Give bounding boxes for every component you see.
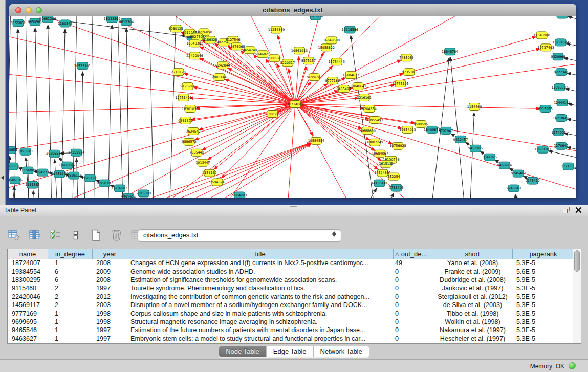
tab-network-table[interactable]: Network Table (314, 346, 369, 357)
graph-node[interactable]: 9412457 (453, 136, 468, 143)
graph-node[interactable]: 9125914 (180, 83, 194, 90)
graph-node[interactable]: 1189543 (58, 20, 72, 27)
graph-node[interactable]: 8186328 (203, 36, 217, 43)
graph-node[interactable]: 15958822 (318, 44, 335, 51)
graph-node[interactable]: 9465497 (337, 85, 351, 93)
graph-node[interactable]: 252254 (387, 173, 400, 180)
graph-node[interactable]: 9804203 (232, 192, 247, 198)
graph-node[interactable]: 16210685 (553, 114, 569, 121)
graph-node[interactable]: 1771035 (561, 163, 575, 170)
column-header-name[interactable]: name (8, 249, 48, 259)
table-row[interactable]: 1938455462009Genome-wide association stu… (8, 267, 581, 275)
graph-node[interactable]: 10958107 (534, 146, 551, 153)
graph-node[interactable]: 22420046 (186, 52, 203, 59)
graph-node[interactable]: 12444134 (554, 99, 570, 106)
graph-node[interactable]: 2620655 (9, 146, 17, 154)
graph-node[interactable]: 11254349 (268, 26, 285, 33)
graph-node[interactable]: 11548908 (533, 32, 550, 39)
table-row[interactable]: 2242004622012Investigating the contribut… (8, 293, 581, 301)
graph-node[interactable]: 8127546 (226, 36, 240, 43)
network-canvas[interactable]: 1155801985056120681296118954316033809861… (9, 16, 576, 198)
graph-node[interactable]: 20206536 (46, 150, 62, 157)
column-header-out_de[interactable]: △out_de... (394, 249, 432, 259)
graph-node[interactable]: 19775105 (392, 80, 408, 87)
graph-node[interactable]: 18301037 (182, 105, 198, 113)
column-header-pagerank[interactable]: pagerank (513, 249, 574, 259)
graph-node[interactable]: 8575157 (301, 57, 316, 64)
table-row[interactable]: 1456911722003Disruption of a novel membe… (8, 301, 581, 309)
graph-node[interactable]: 1588520 (267, 55, 281, 62)
show-columns-icon[interactable] (28, 228, 42, 243)
graph-node[interactable]: 18807249 (366, 139, 383, 146)
graph-node[interactable]: 16543382 (186, 40, 203, 47)
delete-icon[interactable] (110, 228, 124, 243)
graph-node[interactable]: 9886572 (182, 138, 196, 145)
graph-node[interactable]: 1154469 (467, 103, 482, 111)
graph-node[interactable]: 8215955 (538, 105, 552, 113)
graph-node[interactable]: 7635441 (189, 149, 204, 156)
graph-node[interactable]: 16782911 (112, 185, 128, 192)
graph-node[interactable]: 9735105 (402, 69, 416, 76)
table-row[interactable]: 977716911998Corpus callosum shape and si… (8, 309, 581, 317)
graph-node[interactable]: 1155801 (11, 19, 25, 27)
graph-node[interactable]: 1131385 (25, 181, 39, 188)
float-panel-icon[interactable] (562, 206, 570, 214)
graph-node[interactable]: 1733426 (389, 184, 403, 191)
select-columns-icon[interactable] (48, 228, 62, 243)
table-row[interactable]: 911546021997Tourette syndrome. Phenomeno… (8, 284, 581, 292)
table-row[interactable]: 946362711997Embryonic stem cells: a mode… (8, 335, 581, 343)
graph-node[interactable]: 14136141 (371, 180, 387, 187)
graph-node[interactable]: 12093582 (551, 84, 568, 91)
graph-node[interactable]: 16648784 (442, 48, 458, 55)
graph-node[interactable]: 13942737 (34, 169, 51, 176)
graph-node[interactable]: 2153132 (202, 169, 216, 177)
column-header-title[interactable]: title (127, 249, 394, 259)
graph-node[interactable]: 9245412 (525, 177, 539, 184)
graph-node[interactable]: 16409871 (424, 126, 440, 133)
panel-collapse-arrow[interactable] (1, 176, 4, 180)
table-settings-icon[interactable] (7, 228, 21, 243)
graph-node[interactable]: 9361372 (178, 117, 192, 124)
memory-status-indicator[interactable] (569, 362, 576, 369)
graph-node[interactable]: 7485083 (399, 54, 413, 61)
graph-node[interactable]: 9245402 (511, 170, 526, 177)
graph-node[interactable]: 11156809 (19, 167, 36, 174)
graph-node[interactable]: 15751074 (552, 39, 569, 46)
graph-node[interactable]: 19861913 (291, 47, 308, 54)
graph-node[interactable]: 1910532 (555, 16, 569, 18)
column-header-in_degree[interactable]: in_degree (48, 249, 93, 259)
graph-node[interactable]: 8220317 (280, 59, 295, 67)
splitter-handle[interactable] (290, 206, 297, 207)
scrollbar-thumb[interactable] (574, 250, 580, 272)
table-vertical-scrollbar[interactable] (573, 249, 581, 343)
graph-node[interactable]: 1270641 (554, 142, 568, 149)
graph-node[interactable]: 19218586 (341, 26, 358, 33)
graph-node[interactable]: 8204354 (362, 105, 376, 113)
graph-node[interactable]: 9242844 (215, 62, 230, 69)
graph-node[interactable]: 7624542 (186, 127, 200, 135)
graph-node[interactable]: 8813054 (309, 16, 323, 20)
graph-node[interactable]: 15754443 (329, 58, 345, 65)
graph-node[interactable]: 10975887 (59, 162, 75, 169)
graph-node[interactable]: 19654923 (399, 126, 416, 133)
graph-node[interactable]: 8960123 (168, 25, 183, 32)
column-header-short[interactable]: short (432, 249, 513, 259)
graph-node[interactable]: 9460914 (497, 162, 512, 169)
graph-node[interactable]: 10688609 (359, 127, 375, 134)
tab-edge-table[interactable]: Edge Table (267, 346, 314, 357)
graph-node[interactable]: 9505135 (9, 177, 23, 184)
column-header-year[interactable]: year (93, 249, 127, 259)
graph-node[interactable]: 1174905 (551, 128, 565, 136)
graph-node[interactable]: 2718120 (171, 69, 185, 76)
window-titlebar[interactable]: citations_edges.txt (9, 4, 576, 16)
graph-node[interactable]: 9777169 (325, 77, 340, 84)
table-row[interactable]: 1830029562008Estimation of significance … (8, 276, 581, 284)
graph-node[interactable]: 8541025 (483, 154, 497, 161)
graph-node[interactable]: 1615132 (379, 160, 393, 167)
table-row[interactable]: 946554611997Estimation of the future num… (8, 326, 581, 334)
new-document-icon[interactable] (89, 228, 103, 243)
graph-node[interactable]: 2803144 (212, 74, 226, 81)
table-row[interactable]: 969969511998Structural magnetic resonanc… (8, 318, 581, 326)
graph-node[interactable]: 6791947 (439, 127, 453, 134)
table-row[interactable]: 1872400712008Changes of HCN gene express… (8, 259, 581, 267)
